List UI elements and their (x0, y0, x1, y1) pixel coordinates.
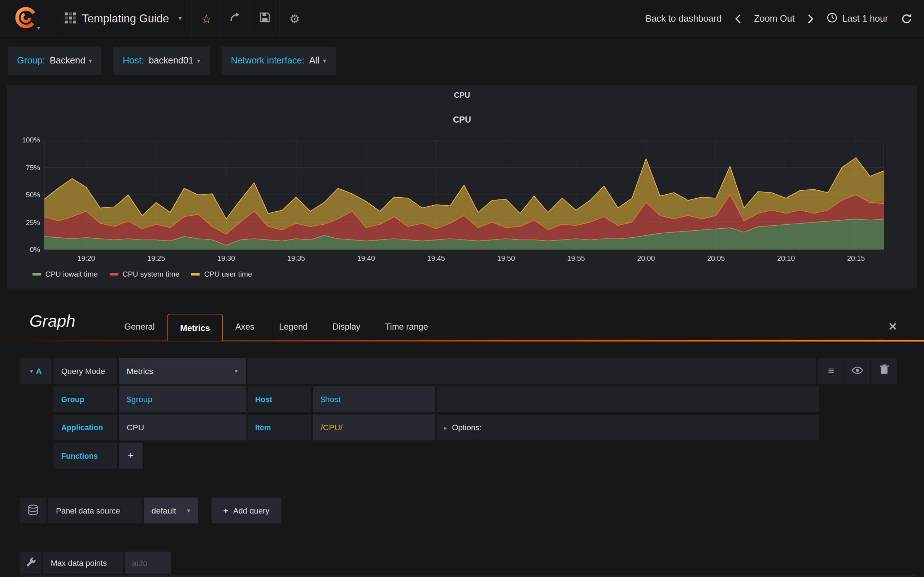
variable-value: Backend (50, 55, 85, 66)
settings-button[interactable]: ⚙ (280, 0, 310, 37)
query-row-group-host: Group Host (54, 386, 898, 412)
datasource-dropdown[interactable]: default ▾ (144, 498, 198, 524)
graph-panel: CPU CPU 0%25%50%75%100% 19:2019:2519:301… (7, 85, 917, 288)
back-to-dashboard-button[interactable]: Back to dashboard (645, 13, 722, 24)
template-variables-row: Group: Backend ▾ Host: backend01 ▾ Netwo… (8, 47, 336, 75)
panel-type-title: Graph (30, 312, 76, 331)
x-tick-label: 19:50 (488, 254, 524, 263)
hamburger-icon: ≡ (828, 364, 834, 377)
x-axis-labels: 19:2019:2519:3019:3519:4019:4519:5019:55… (44, 254, 884, 264)
tools-cell (20, 552, 42, 574)
add-query-button[interactable]: + Add query (212, 498, 281, 524)
item-label: Item (247, 414, 311, 440)
legend-label: CPU system time (122, 270, 179, 279)
host-input[interactable] (313, 386, 435, 412)
options-toggle[interactable]: ▸ Options: (437, 414, 819, 440)
tab-divider-gradient (0, 340, 924, 342)
query-row-application-item: Application Item ▸ Options: (54, 414, 898, 440)
caret-right-icon: ▸ (444, 424, 447, 430)
add-function-button[interactable]: + (119, 443, 142, 469)
query-delete-button[interactable] (871, 358, 897, 384)
zoom-out-button[interactable]: Zoom Out (754, 13, 795, 24)
y-tick-label: 100% (7, 136, 40, 144)
editor-tabs: General Metrics Axes Legend Display Time… (112, 314, 440, 340)
tab-display[interactable]: Display (320, 314, 373, 340)
group-input[interactable] (119, 386, 246, 412)
item-input[interactable] (313, 414, 435, 440)
y-tick-label: 0% (7, 246, 40, 254)
caret-down-icon: ▾ (178, 15, 181, 23)
x-tick-label: 19:30 (208, 254, 244, 263)
share-button[interactable] (221, 0, 251, 37)
variable-group-dropdown[interactable]: Group: Backend ▾ (8, 47, 102, 75)
clock-icon (827, 12, 837, 25)
grafana-app: ▾ Templating Guide ▾ ☆ (0, 0, 924, 577)
query-row-filler (247, 358, 816, 384)
caret-down-icon: ▾ (187, 507, 190, 514)
query-toggle-visibility-button[interactable] (845, 358, 871, 384)
eye-icon (851, 364, 863, 377)
save-button[interactable] (251, 0, 281, 37)
application-input[interactable] (119, 414, 246, 440)
star-button[interactable]: ☆ (192, 0, 221, 37)
tab-general[interactable]: General (112, 314, 167, 340)
panel-title[interactable]: CPU (7, 85, 917, 100)
x-tick-label: 19:40 (348, 254, 384, 263)
x-tick-label: 20:15 (838, 254, 874, 263)
variable-host-dropdown[interactable]: Host: backend01 ▾ (113, 47, 210, 75)
x-tick-label: 19:55 (558, 254, 594, 263)
grafana-menu-button[interactable]: ▾ (0, 0, 55, 37)
time-shift-right-button[interactable] (808, 13, 814, 24)
query-ref-letter: A (36, 366, 42, 376)
max-data-points-label: Max data points (43, 552, 123, 574)
navbar-right: Back to dashboard Zoom Out Last 1 hour (645, 0, 924, 37)
legend-label: CPU user time (204, 270, 252, 279)
query-menu-button[interactable]: ≡ (818, 358, 844, 384)
next-row-strip (20, 574, 917, 577)
tab-axes[interactable]: Axes (223, 314, 267, 340)
time-range-picker[interactable]: Last 1 hour (827, 12, 888, 25)
legend-item[interactable]: CPU iowait time (32, 270, 98, 279)
y-tick-label: 75% (7, 163, 40, 172)
refresh-button[interactable] (901, 13, 912, 24)
chart-plot-area[interactable] (44, 140, 884, 250)
caret-down-icon: ▾ (37, 25, 40, 31)
close-editor-button[interactable]: × (888, 318, 897, 335)
x-tick-label: 20:05 (698, 254, 734, 263)
y-axis-labels: 0%25%50%75%100% (7, 140, 40, 250)
y-tick-label: 25% (7, 218, 40, 226)
query-row-a: ▾ A Query Mode Metrics ▾ ≡ (20, 358, 898, 384)
tab-time-range[interactable]: Time range (373, 314, 440, 340)
datasource-row: Panel data source default ▾ + Add query (20, 498, 281, 524)
time-shift-left-button[interactable] (735, 13, 741, 24)
caret-down-icon: ▾ (234, 367, 238, 375)
save-icon (260, 12, 270, 25)
variable-netif-dropdown[interactable]: Network interface: All ▾ (221, 47, 336, 75)
star-icon: ☆ (201, 11, 212, 26)
caret-down-icon: ▾ (197, 57, 200, 64)
variable-label: Network interface: (231, 55, 305, 66)
variable-label: Host: (123, 55, 144, 66)
time-range-label: Last 1 hour (842, 13, 888, 24)
dashboard-title-button[interactable]: Templating Guide ▾ (55, 0, 192, 37)
legend-item[interactable]: CPU system time (110, 270, 180, 279)
query-mode-dropdown[interactable]: Metrics ▾ (119, 358, 246, 384)
query-editor: ▾ A Query Mode Metrics ▾ ≡ (20, 358, 898, 471)
chart-title: CPU (7, 115, 917, 124)
legend-item[interactable]: CPU user time (191, 270, 252, 279)
tab-metrics[interactable]: Metrics (167, 314, 223, 341)
datasource-icon-cell (20, 498, 46, 524)
query-collapse-button[interactable]: ▾ A (20, 358, 52, 384)
tab-legend[interactable]: Legend (267, 314, 320, 340)
share-icon (230, 12, 242, 26)
x-tick-label: 20:00 (628, 254, 664, 263)
trash-icon (880, 364, 888, 377)
group-label: Group (54, 386, 117, 412)
host-label: Host (247, 386, 311, 412)
max-data-points-row: Max data points (20, 552, 171, 574)
datasource-label: Panel data source (48, 498, 142, 524)
variable-value: backend01 (149, 55, 194, 66)
max-data-points-input[interactable] (125, 552, 171, 574)
legend-swatch-icon (32, 273, 41, 276)
gear-icon: ⚙ (289, 11, 300, 26)
